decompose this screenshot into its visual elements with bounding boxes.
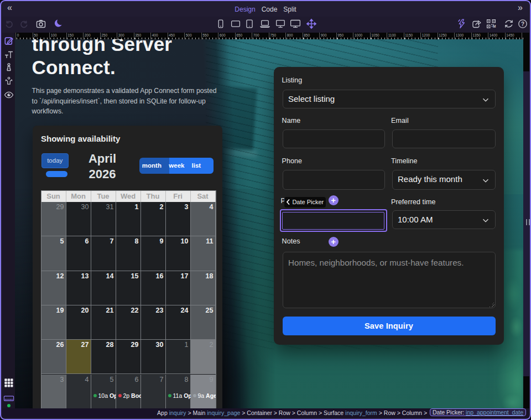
svg-text:?: ? [521, 20, 524, 27]
svg-text:M: M [493, 24, 496, 28]
